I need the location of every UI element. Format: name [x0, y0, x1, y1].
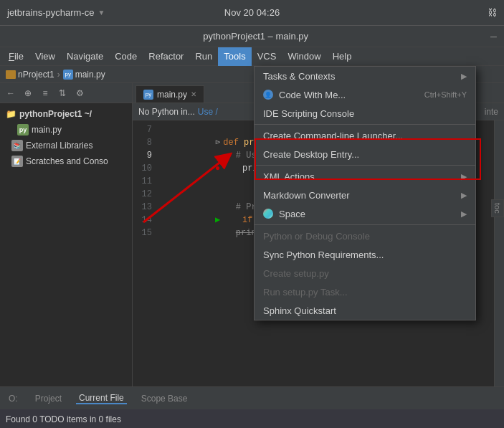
- tasks-submenu-arrow: ▶: [461, 72, 467, 81]
- title-bar: jetbrains-pycharm-ce ▼ Nov 20 04:26 ⛓: [0, 0, 504, 26]
- line-num-9: 9: [133, 149, 152, 162]
- menu-item-xml-actions[interactable]: XML Actions ▶: [255, 167, 475, 186]
- breadcrumb-separator: ›: [57, 70, 60, 80]
- bottom-tab-current-file[interactable]: Current File: [76, 393, 127, 404]
- sidebar-item-ext-libs[interactable]: 📚 External Libraries: [0, 138, 132, 153]
- tab-mainpy[interactable]: py main.py ✕: [135, 85, 204, 103]
- mainpy-icon: py: [17, 124, 29, 135]
- tab-label: main.py: [157, 90, 187, 100]
- inte-text: inte: [485, 107, 498, 117]
- window-minimize-btn[interactable]: –: [490, 30, 497, 43]
- run-setup-label: Run setup.py Task...: [263, 287, 348, 298]
- tab-close-btn[interactable]: ✕: [191, 90, 196, 98]
- menu-tools[interactable]: Tools: [218, 47, 251, 66]
- right-gutter: [494, 120, 504, 386]
- sidebar-btn-list[interactable]: ≡: [37, 85, 53, 101]
- menu-item-sync-python[interactable]: Sync Python Requirements...: [255, 245, 475, 264]
- breadcrumb-project[interactable]: nProject1: [6, 70, 54, 80]
- menu-item-create-desktop[interactable]: Create Desktop Entry...: [255, 145, 475, 163]
- network-icon: ⛓: [488, 7, 497, 18]
- sidebar-item-project[interactable]: 📁 pythonProject1 ~/: [0, 106, 132, 122]
- scratches-label: Scratches and Conso: [26, 156, 108, 166]
- project-folder-icon: [6, 70, 16, 79]
- code-with-me-shortcut: Ctrl+Shift+Y: [424, 90, 467, 99]
- create-launcher-label: Create Command-line Launcher...: [263, 130, 403, 141]
- found-status-bar: Found 0 TODO items in 0 files: [0, 409, 504, 428]
- sidebar-item-scratches[interactable]: 📝 Scratches and Conso: [0, 153, 132, 169]
- window-title: pythonProject1 – main.py: [21, 31, 490, 42]
- project-label: pythonProject1 ~/: [19, 109, 92, 119]
- menu-run[interactable]: Run: [189, 47, 218, 66]
- sync-python-label: Sync Python Requirements...: [263, 249, 384, 260]
- line-num-13: 13: [133, 201, 152, 214]
- sidebar-btn-add[interactable]: ⊕: [20, 85, 36, 101]
- menu-item-create-setup: Create setup.py: [255, 264, 475, 282]
- breadcrumb-file-name: main.py: [75, 70, 105, 80]
- toc-label: toc: [491, 199, 504, 217]
- found-status-text: Found 0 TODO items in 0 files: [6, 414, 121, 424]
- space-submenu-arrow: ▶: [461, 209, 467, 219]
- ext-libs-icon: 📚: [11, 140, 23, 151]
- tools-dropdown-menu: Tasks & Contexts ▶ 👤 Code With Me... Ctr…: [254, 66, 476, 320]
- xml-actions-label: XML Actions: [263, 171, 315, 182]
- sphinx-label: Sphinx Quickstart: [263, 305, 336, 316]
- sidebar-toolbar: ← ⊕ ≡ ⇅ ⚙: [0, 83, 132, 103]
- menu-item-code-with-me[interactable]: 👤 Code With Me... Ctrl+Shift+Y: [255, 85, 475, 104]
- line-num-7: 7: [133, 123, 152, 136]
- sidebar-item-mainpy[interactable]: py main.py: [0, 122, 132, 138]
- menu-code[interactable]: Code: [109, 47, 143, 66]
- menu-navigate[interactable]: Navigate: [61, 47, 109, 66]
- bottom-tab-project[interactable]: Project: [32, 394, 65, 404]
- menu-vcs[interactable]: VCS: [252, 47, 282, 66]
- python-console-label: Python or Debug Console: [263, 231, 370, 242]
- breadcrumb-file[interactable]: py main.py: [63, 70, 105, 80]
- menu-window[interactable]: Window: [282, 47, 326, 66]
- line-numbers: 7 8 9 10 11 12 13 14 15: [133, 120, 158, 386]
- create-setup-label: Create setup.py: [263, 268, 329, 279]
- menu-item-python-console: Python or Debug Console: [255, 227, 475, 245]
- menu-item-run-setup: Run setup.py Task...: [255, 282, 475, 301]
- divider-3: [255, 224, 475, 225]
- breadcrumb-project-name: nProject1: [18, 70, 54, 80]
- tasks-contexts-label: Tasks & Contexts: [263, 71, 335, 82]
- divider-1: [255, 124, 475, 125]
- scratches-icon: 📝: [11, 156, 23, 167]
- sidebar-btn-settings[interactable]: ⚙: [72, 85, 87, 101]
- menu-item-space[interactable]: Space ▶: [255, 204, 475, 223]
- app-name-area[interactable]: jetbrains-pycharm-ce ▼: [7, 7, 105, 18]
- ext-libs-label: External Libraries: [26, 141, 92, 151]
- menu-item-sphinx[interactable]: Sphinx Quickstart: [255, 301, 475, 320]
- space-icon: [263, 209, 273, 219]
- space-label: Space: [279, 209, 305, 219]
- sidebar-btn-sort[interactable]: ⇅: [54, 85, 70, 101]
- create-desktop-label: Create Desktop Entry...: [263, 149, 359, 160]
- file-py-icon: py: [63, 70, 73, 80]
- window-title-bar: pythonProject1 – main.py –: [0, 26, 504, 47]
- menu-item-markdown[interactable]: Markdown Converter ▶: [255, 186, 475, 204]
- line-num-12: 12: [133, 188, 152, 201]
- xml-submenu-arrow: ▶: [461, 172, 467, 181]
- app-dropdown-arrow[interactable]: ▼: [98, 9, 105, 16]
- line-num-11: 11: [133, 175, 152, 188]
- line-num-8: 8: [133, 136, 152, 149]
- menu-refactor[interactable]: Refactor: [143, 47, 189, 66]
- no-python-text: No Python in...: [138, 107, 195, 117]
- app-name-label: jetbrains-pycharm-ce: [7, 7, 94, 18]
- bottom-tab-scope[interactable]: Scope Base: [138, 394, 191, 404]
- tab-py-icon: py: [143, 90, 153, 100]
- menu-item-ide-scripting[interactable]: IDE Scripting Console: [255, 104, 475, 123]
- bottom-tab-o[interactable]: O:: [6, 394, 21, 404]
- code-with-me-label: Code With Me...: [279, 90, 346, 100]
- use-link[interactable]: Use /: [198, 107, 218, 117]
- menu-bar: File View Navigate Code Refactor Run Too…: [0, 47, 504, 66]
- menu-view[interactable]: View: [29, 47, 61, 66]
- menu-file[interactable]: File: [3, 47, 29, 66]
- menu-item-create-launcher[interactable]: Create Command-line Launcher...: [255, 126, 475, 145]
- menu-item-tasks-contexts[interactable]: Tasks & Contexts ▶: [255, 67, 475, 85]
- sidebar-tree: 📁 pythonProject1 ~/ py main.py 📚 Externa…: [0, 103, 132, 172]
- menu-help[interactable]: Help: [327, 47, 358, 66]
- sidebar-btn-back[interactable]: ←: [3, 85, 19, 101]
- line-num-14: 14: [133, 214, 152, 227]
- ide-scripting-label: IDE Scripting Console: [263, 108, 354, 119]
- markdown-submenu-arrow: ▶: [461, 191, 467, 200]
